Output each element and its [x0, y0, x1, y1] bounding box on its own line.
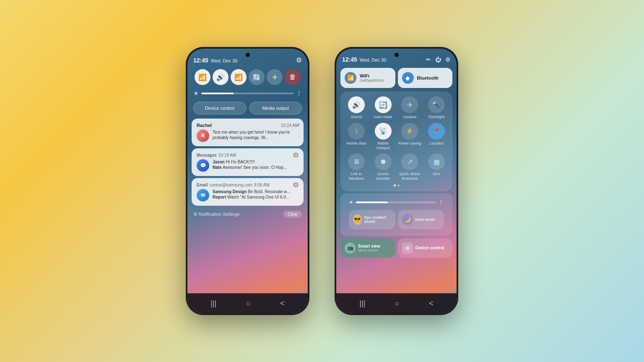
smart-view-name: Smart view: [358, 244, 380, 248]
flashlight-qs-icon: 🔦: [428, 96, 445, 113]
quickshare-qs-icon: ↗: [401, 153, 418, 170]
bluetooth-toggle[interactable]: 📶: [231, 69, 247, 85]
rachel-notif-header: Rachel 10:24 AM: [197, 123, 299, 128]
quickshare-qs-label: Quick Share Everyone: [398, 172, 422, 181]
qs-brightness-card: ☀ ⋮ 😎 Eye comfort shield 🌙 Dark mode: [340, 193, 452, 236]
qs-brightness-row: ☀ ⋮: [345, 197, 448, 208]
qs-header-icons: ✏ ⏻ ⚙: [426, 56, 451, 63]
qs-quickshare-item[interactable]: ↗ Quick Share Everyone: [398, 153, 422, 181]
qs-brightness-bar[interactable]: [356, 202, 436, 203]
left-phone: 12:45 Wed, Dec 30 ⚙ 📶 🔊 📶 🔄: [186, 47, 309, 315]
notif-settings-row: ⚙ Notification Settings Clear: [187, 207, 308, 221]
qs-location-item[interactable]: 📍 Location: [425, 123, 448, 150]
device-control-tile[interactable]: ⊞ Device control: [398, 238, 453, 258]
qs-dot-2: [397, 184, 400, 186]
eye-comfort-icon: 😎: [353, 214, 362, 225]
airplane-icon: ✈: [272, 73, 278, 81]
messages-time: 10:19 AM: [218, 153, 236, 158]
bluetooth-icon: 📶: [234, 73, 243, 81]
airplane-qs-icon: ✈: [401, 96, 418, 113]
left-phone-screen: 12:45 Wed, Dec 30 ⚙ 📶 🔊 📶 🔄: [187, 49, 308, 313]
wifi-tile-icon: 📶: [345, 72, 356, 84]
email-text: Samsung Design Be Bold. Resonate w... Re…: [213, 189, 290, 200]
smart-view-tile[interactable]: 📺 Smart view Mirror screen: [340, 238, 395, 258]
jason-message: Jason Hi I'm BACK!!!!!: [213, 159, 287, 165]
qs-flashlight-item[interactable]: 🔦 Flashlight: [425, 96, 448, 119]
device-control-tab[interactable]: Device control: [193, 102, 246, 114]
messages-notification[interactable]: Messages 10:19 AM 3 💬 Jason Hi I'm BACK!…: [192, 148, 304, 176]
qs-brightness-fill: [356, 202, 388, 203]
messages-notif-header: Messages 10:19 AM 3: [197, 153, 299, 158]
expand-icon[interactable]: ∨: [297, 122, 300, 127]
brightness-icon: ☀: [193, 90, 199, 97]
wifi-icon: 📶: [198, 73, 207, 81]
settings-icon[interactable]: ⚙: [296, 56, 302, 64]
back-button[interactable]: <: [280, 299, 285, 308]
sound-toggle[interactable]: 🔊: [213, 69, 229, 85]
smart-view-icon: 📺: [345, 243, 356, 253]
airplane-qs-label: Airplane: [403, 115, 417, 119]
qs-linkwindows-item[interactable]: 🖥 Link to Windows: [345, 153, 368, 181]
dark-mode-tile[interactable]: 🌙 Dark mode: [398, 210, 444, 229]
delete-icon: 🗑: [289, 73, 296, 81]
delete-toggle[interactable]: 🗑: [285, 69, 301, 85]
qs-dex-item[interactable]: ▦ DeX: [425, 153, 448, 181]
brightness-bar[interactable]: [201, 93, 293, 94]
smart-view-subtitle: Mirror screen: [358, 248, 380, 252]
qs-time: 12:45: [342, 56, 357, 63]
qs-header: 12:45 Wed, Dec 30 ✏ ⏻ ⚙: [336, 49, 457, 66]
recents-button[interactable]: |||: [210, 299, 216, 308]
hotspot-qs-icon: 📡: [375, 123, 392, 140]
device-control-label: Device control: [205, 106, 234, 111]
camera-dot-left: [246, 53, 250, 57]
smart-device-row: 📺 Smart view Mirror screen ⊞ Device cont…: [336, 237, 457, 259]
airplane-toggle[interactable]: ✈: [267, 69, 283, 85]
clear-button[interactable]: Clear: [283, 211, 302, 218]
qs-autorotate-item[interactable]: 🔄 Auto rotate: [371, 96, 395, 119]
qs-dot-1: [394, 184, 396, 186]
rotate-toggle[interactable]: 🔄: [249, 69, 265, 85]
report-line: Report Watch "At Samsung One UI 6.0...: [213, 194, 290, 200]
qs-powersaving-item[interactable]: ⚡ Power saving: [398, 123, 422, 150]
settings-icon-right[interactable]: ⚙: [445, 56, 451, 63]
power-icon[interactable]: ⏻: [435, 56, 441, 63]
qs-more-icon[interactable]: ⋮: [438, 199, 444, 206]
notification-panel: 12:45 Wed, Dec 30 ⚙ 📶 🔊 📶 🔄: [187, 49, 308, 313]
right-home-button[interactable]: ○: [395, 299, 400, 308]
qs-airplane-item[interactable]: ✈ Airplane: [398, 96, 422, 119]
home-button[interactable]: ○: [246, 299, 251, 308]
more-icon[interactable]: ⋮: [296, 90, 302, 97]
qs-screenrecord-item[interactable]: ⏺ Screen recorder: [371, 153, 395, 181]
rachel-message: Text me when you get here! I know you're…: [213, 129, 299, 140]
bluetooth-tile[interactable]: ◆ Bluetooth: [398, 68, 453, 88]
mobiledata-qs-label: Mobile data: [347, 141, 366, 146]
notif-settings-label[interactable]: ⚙ Notification Settings: [193, 212, 239, 217]
quick-toggles-row: 📶 🔊 📶 🔄 ✈ 🗑: [187, 67, 308, 88]
notifications-list: Rachel 10:24 AM R Text me when you get h…: [187, 117, 308, 207]
qs-page-dots: [345, 184, 448, 186]
left-bottom-nav: ||| ○ <: [187, 293, 308, 313]
flashlight-qs-label: Flashlight: [428, 115, 445, 119]
rachel-time: 10:24 AM: [281, 123, 299, 128]
qs-mobiledata-item[interactable]: ↕ Mobile data: [345, 123, 368, 150]
qs-grid-card: 🔊 Sound 🔄 Auto rotate ✈ Airplane: [340, 91, 452, 191]
qs-sound-item[interactable]: 🔊 Sound: [345, 96, 368, 119]
right-back-button[interactable]: <: [429, 299, 434, 308]
wifi-tile-text: WiFi CellSpot5GHz: [360, 73, 384, 83]
right-bottom-nav: ||| ○ <: [336, 293, 457, 313]
mobiledata-qs-icon: ↕: [348, 123, 365, 140]
bt-tile-text: Bluetooth: [417, 75, 439, 80]
qs-date: Wed, Dec 30: [360, 57, 386, 62]
rachel-notification[interactable]: Rachel 10:24 AM R Text me when you get h…: [192, 119, 304, 146]
wifi-toggle[interactable]: 📶: [195, 69, 210, 85]
email-notification[interactable]: Email coreux@samsung.com 9:56 AM 4 ✉ Sam…: [192, 178, 304, 206]
dark-mode-icon: 🌙: [402, 214, 413, 225]
pencil-icon[interactable]: ✏: [426, 56, 431, 63]
eye-comfort-tile[interactable]: 😎 Eye comfort shield: [349, 210, 395, 229]
sound-qs-icon: 🔊: [348, 96, 365, 113]
wifi-tile[interactable]: 📶 WiFi CellSpot5GHz: [340, 68, 395, 88]
qs-hotspot-item[interactable]: 📡 Mobile Hotspot: [371, 123, 395, 150]
right-recents-button[interactable]: |||: [359, 299, 365, 308]
media-output-tab[interactable]: Media output: [249, 102, 302, 114]
email-notif-header: Email coreux@samsung.com 9:56 AM 4: [197, 182, 299, 187]
